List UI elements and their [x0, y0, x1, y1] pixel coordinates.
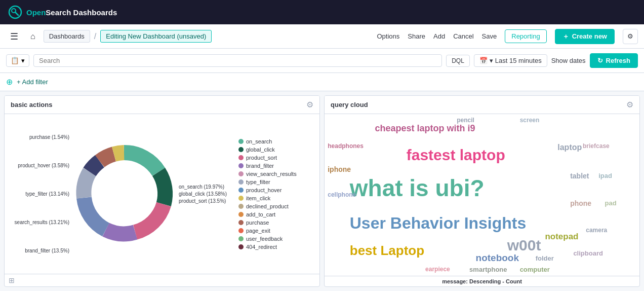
- word-w00t: w00t: [507, 237, 541, 253]
- word-iphone: iphone: [328, 166, 351, 173]
- legend-add-to-cart: add_to_cart: [238, 211, 297, 217]
- top-navigation: OpenSearch Dashboards: [0, 0, 644, 24]
- label-brand-filter: brand_filter (13.5%): [9, 248, 69, 253]
- label-product-hover: product_hover (3.58%): [9, 163, 69, 168]
- donut-chart-container: purchase (1.54%) product_hover (3.58%) t…: [5, 114, 319, 274]
- query-type-icon: 📋: [11, 57, 19, 64]
- legend-dot-add-to-cart: [238, 212, 244, 217]
- query-cloud-title: query cloud: [331, 101, 368, 108]
- query-cloud-footer: message: Descending - Count: [325, 276, 639, 286]
- query-cloud-settings-button[interactable]: ⚙: [626, 100, 633, 110]
- query-type-chevron: ▾: [21, 57, 25, 64]
- show-dates-button[interactable]: Show dates: [551, 57, 586, 64]
- legend-purchase: purchase: [238, 220, 297, 226]
- legend-dot-product-hover: [238, 188, 244, 193]
- calendar-icon: 📅: [479, 57, 488, 64]
- refresh-button[interactable]: ↻ Refresh: [590, 53, 638, 68]
- word-cheapest-laptop: cheapest laptop with i9: [375, 124, 475, 134]
- word-briefcase: briefcase: [583, 143, 610, 150]
- legend-dot-type-filter: [238, 179, 244, 185]
- legend-global-click: global_click: [238, 147, 297, 153]
- donut-legend: on_search global_click product_sort bran…: [238, 138, 297, 250]
- legend-dot-brand-filter: [238, 163, 244, 168]
- label-search-results: search_results (13.21%): [9, 220, 69, 225]
- word-earpiece: earpiece: [425, 266, 450, 273]
- time-range-chevron: ▾: [490, 57, 493, 64]
- legend-product-sort: product_sort: [238, 155, 297, 161]
- plus-icon: ＋: [562, 32, 569, 41]
- word-fastest-laptop: fastest laptop: [407, 147, 505, 163]
- query-type-selector[interactable]: 📋 ▾: [6, 54, 29, 67]
- logo-text: OpenSearch Dashboards: [26, 8, 117, 17]
- legend-product-hover: product_hover: [238, 187, 297, 193]
- word-clipboard: clipboard: [573, 250, 603, 257]
- expand-icon[interactable]: ⊞: [9, 276, 15, 284]
- search-input-wrapper: [33, 54, 442, 67]
- word-computer: computer: [520, 266, 550, 273]
- legend-404-redirect: 404_redirect: [238, 244, 297, 250]
- global-settings-button[interactable]: ⚙: [623, 29, 638, 44]
- word-folder: folder: [536, 255, 554, 262]
- label-global-click: global_click (13.58%): [179, 191, 234, 197]
- add-button[interactable]: Add: [433, 32, 445, 40]
- logo-opensearch: Open: [26, 8, 46, 17]
- legend-dot-404-redirect: [238, 244, 244, 249]
- word-laptop: laptop: [557, 143, 582, 152]
- basic-actions-panel: basic actions ⚙ purchase (1.54%) product…: [4, 95, 320, 287]
- basic-actions-title: basic actions: [11, 101, 52, 108]
- donut-left-labels: purchase (1.54%) product_hover (3.58%) t…: [9, 123, 69, 265]
- word-what-is-ubi: what is ubi?: [350, 175, 485, 201]
- options-button[interactable]: Options: [377, 32, 399, 40]
- home-button[interactable]: ⌂: [26, 30, 39, 43]
- legend-user-feedback: user_feedback: [238, 236, 297, 242]
- word-smartphone: smartphone: [469, 266, 507, 273]
- search-input[interactable]: [39, 57, 436, 64]
- create-new-button[interactable]: ＋ Create new: [555, 29, 615, 44]
- legend-on-search: on_search: [238, 138, 297, 144]
- hamburger-button[interactable]: ☰: [6, 29, 22, 44]
- donut-chart: [73, 122, 175, 266]
- basic-actions-settings-button[interactable]: ⚙: [306, 100, 313, 110]
- legend-type-filter: type_filter: [238, 179, 297, 185]
- word-phone: phone: [570, 200, 591, 207]
- query-cloud-panel: query cloud ⚙ what is ubi? User Behavior…: [324, 95, 640, 287]
- basic-actions-panel-footer: ⊞: [5, 274, 319, 286]
- breadcrumb-dashboards[interactable]: Dashboards: [44, 30, 90, 43]
- word-notepad: notepad: [545, 232, 578, 242]
- svg-line-2: [15, 12, 18, 15]
- legend-declined-product: declined_product: [238, 203, 297, 209]
- legend-brand-filter: brand_filter: [238, 163, 297, 169]
- word-notebook: notebook: [476, 253, 519, 264]
- legend-dot-view-search-results: [238, 171, 244, 176]
- legend-dot-user-feedback: [238, 236, 244, 241]
- word-headphones: headphones: [328, 143, 364, 150]
- legend-dot-product-sort: [238, 155, 244, 160]
- cancel-button[interactable]: Cancel: [453, 32, 473, 40]
- donut-right-labels: on_search (19.97%) global_click (13.58%)…: [179, 184, 234, 204]
- legend-dot-purchase: [238, 220, 244, 225]
- filter-icon-button[interactable]: ⊕: [6, 77, 13, 87]
- legend-dot-on-search: [238, 139, 244, 144]
- legend-dot-item-click: [238, 196, 244, 201]
- refresh-icon: ↻: [597, 57, 603, 64]
- basic-actions-panel-header: basic actions ⚙: [5, 96, 319, 114]
- legend-item-click: item_click: [238, 195, 297, 201]
- word-screen: screen: [520, 117, 540, 124]
- label-type-filter: type_filter (13.14%): [9, 191, 69, 197]
- word-pad: pad: [605, 200, 617, 207]
- time-range-selector[interactable]: 📅 ▾ Last 15 minutes: [474, 54, 547, 67]
- basic-actions-panel-body: purchase (1.54%) product_hover (3.58%) t…: [5, 114, 319, 274]
- breadcrumb-current[interactable]: Editing New Dashboard (unsaved): [100, 30, 212, 43]
- add-filter-button[interactable]: + Add filter: [17, 78, 48, 86]
- legend-dot-declined-product: [238, 204, 244, 209]
- word-user-behavior-insights: User Behavior Insights: [350, 214, 527, 232]
- save-button[interactable]: Save: [482, 32, 497, 40]
- dql-button[interactable]: DQL: [446, 55, 470, 67]
- breadcrumb-bar: ☰ ⌂ Dashboards / Editing New Dashboard (…: [0, 24, 644, 49]
- breadcrumb-separator: /: [94, 32, 96, 41]
- nav-actions: Options Share Add Cancel Save Reporting …: [377, 29, 638, 44]
- legend-dot-global-click: [238, 147, 244, 152]
- word-cloud: what is ubi? User Behavior Insights fast…: [325, 114, 639, 276]
- share-button[interactable]: Share: [408, 32, 425, 40]
- reporting-button[interactable]: Reporting: [505, 29, 546, 43]
